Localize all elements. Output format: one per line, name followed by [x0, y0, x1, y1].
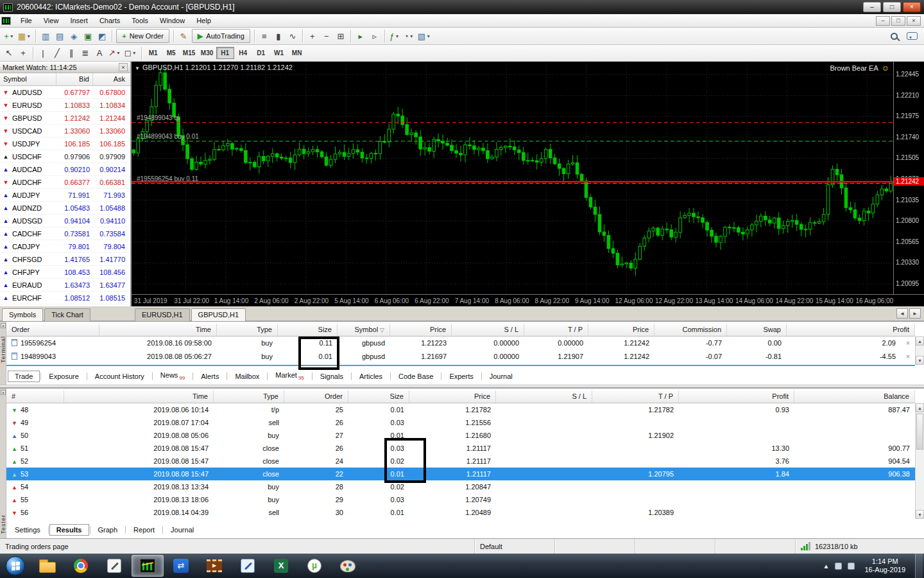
terminal-tab-alerts[interactable]: Alerts	[194, 371, 226, 382]
terminal-tab-mailbox[interactable]: Mailbox	[228, 371, 266, 382]
market-watch-row[interactable]: ▼USDCAD1.330601.33060	[0, 125, 130, 137]
terminal-tab-experts[interactable]: Experts	[442, 371, 480, 382]
arrows-tool[interactable]: ↗▼	[107, 46, 123, 60]
timeframe-h4[interactable]: H4	[234, 47, 252, 59]
fibonacci-tool[interactable]: ≣	[78, 46, 92, 60]
market-watch-row[interactable]: ▲AUDJPY71.99171.993	[0, 189, 130, 202]
market-watch-row[interactable]: ▼AUDCHF0.663770.66381	[0, 176, 130, 189]
tab-scroll-left-icon[interactable]: ◄	[896, 308, 908, 319]
start-button[interactable]	[6, 556, 25, 575]
zoom-out-button[interactable]: −	[320, 29, 334, 43]
text-tool[interactable]: A	[92, 46, 107, 60]
chart-tab-gbpusd-h1[interactable]: GBPUSD,H1	[191, 308, 246, 321]
tester-result-row[interactable]: ▲512019.08.08 15:47close260.031.2111713.…	[6, 442, 915, 455]
shapes-tool[interactable]: ◻▼	[123, 46, 139, 60]
zoom-in-button[interactable]: +	[305, 29, 320, 43]
market-watch-row[interactable]: ▲AUDSGD0.941040.94110	[0, 215, 130, 227]
tester-tab-graph[interactable]: Graph	[91, 524, 125, 536]
tray-icon[interactable]	[848, 563, 855, 570]
terminal-scrollbar[interactable]: ▲ ▼	[915, 337, 924, 365]
timeframe-w1[interactable]: W1	[270, 47, 288, 59]
tester-result-row[interactable]: ▲552019.08.13 18:06buy290.031.20749	[6, 493, 915, 506]
tester-tab-settings[interactable]: Settings	[8, 524, 47, 536]
tester-result-row[interactable]: ▲522019.08.08 15:47close240.021.211173.7…	[6, 455, 915, 468]
tester-result-row[interactable]: ▼492019.08.07 17:04sell260.031.21556	[6, 416, 915, 429]
tester-tab-journal[interactable]: Journal	[164, 524, 201, 536]
market-watch-row[interactable]: ▲CHFSGD1.417651.41770	[0, 253, 130, 266]
tester-result-row[interactable]: ▼482019.08.06 10:14t/p250.011.217821.217…	[6, 403, 915, 416]
col-header-tp[interactable]: T / P	[524, 324, 588, 336]
market-watch-row[interactable]: ▲AUDCAD0.902100.90214	[0, 163, 130, 176]
menu-window[interactable]: Window	[154, 15, 191, 26]
mdi-minimize-button[interactable]: –	[876, 16, 890, 26]
chat-icon[interactable]	[907, 32, 918, 40]
col-header-price[interactable]: Price	[409, 390, 496, 403]
terminal-tab-trade[interactable]: Trade	[8, 371, 40, 382]
taskbar-item-excel[interactable]: X	[265, 555, 297, 577]
scroll-up-icon[interactable]: ▲	[916, 403, 924, 412]
market-watch-row[interactable]: ▲AUDNZD1.054831.05488	[0, 202, 130, 215]
new-order-button[interactable]: +New Order	[116, 29, 169, 43]
data-window-toggle[interactable]: ▤	[53, 29, 67, 43]
terminal-tab-articles[interactable]: Articles	[352, 371, 389, 382]
price-chart[interactable]: ▼GBPUSD,H1 1.21201 1.21270 1.21182 1.212…	[132, 62, 893, 294]
crosshair-tool[interactable]: +	[16, 46, 30, 60]
timeframe-mn[interactable]: MN	[288, 47, 306, 59]
market-watch-row[interactable]: ▲CADCHF0.735810.73584	[0, 227, 130, 240]
cursor-tool[interactable]: ↖	[2, 46, 16, 60]
terminal-tab-account-history[interactable]: Account History	[88, 371, 151, 382]
strategy-tester-toggle[interactable]: ◩	[95, 29, 109, 43]
taskbar-item-stylus-pen[interactable]	[232, 555, 264, 577]
market-watch-row[interactable]: ▲EURCHF1.085121.08515	[0, 292, 130, 304]
taskbar-item-chrome[interactable]	[65, 555, 97, 577]
mdi-restore-button[interactable]: □	[891, 16, 905, 26]
market-watch-row[interactable]: ▲CHFJPY108.453108.456	[0, 266, 130, 279]
col-header-price[interactable]: Price	[390, 324, 452, 336]
tester-tab-report[interactable]: Report	[126, 524, 162, 536]
tester-result-row[interactable]: ▼562019.08.14 04:39sell300.011.204891.20…	[6, 506, 915, 519]
chart-shift-button[interactable]: ▹	[368, 29, 382, 43]
menu-file[interactable]: File	[15, 15, 38, 26]
col-header-order[interactable]: Order	[6, 324, 99, 336]
market-watch-row[interactable]: ▲CADJPY79.80179.804	[0, 240, 130, 253]
new-chart-button[interactable]: +▼	[2, 29, 16, 43]
templates-button[interactable]: ▧▼	[416, 29, 432, 43]
terminal-tab-signals[interactable]: Signals	[313, 371, 350, 382]
symbol-filter-icon[interactable]: ▽	[380, 327, 384, 333]
col-header-sl[interactable]: S / L	[452, 324, 524, 336]
market-watch-toggle[interactable]: ▥	[38, 29, 53, 43]
tile-windows-button[interactable]: ⊞	[334, 29, 348, 43]
line-chart-button[interactable]: ∿	[286, 29, 300, 43]
taskbar-item-utorrent[interactable]: µ	[298, 555, 330, 577]
scroll-down-icon[interactable]: ▼	[916, 510, 924, 519]
taskbar-item-ink-pen[interactable]	[98, 555, 130, 577]
terminal-order-row[interactable]: 1955962542019.08.16 09:58:00buy0.11gbpus…	[6, 337, 915, 350]
candlesticks-button[interactable]: ▮	[271, 29, 286, 43]
time-scale[interactable]: 31 Jul 201931 Jul 22:001 Aug 14:002 Aug …	[132, 294, 924, 306]
terminal-tab-code-base[interactable]: Code Base	[391, 371, 440, 382]
taskbar-clock[interactable]: 1:14 PM 16-Aug-2019	[860, 557, 909, 574]
periods-button[interactable]: ◔▼	[402, 29, 416, 43]
col-header-type[interactable]: Type	[214, 390, 284, 403]
col-header-profit[interactable]: Profit	[679, 390, 794, 403]
menu-view[interactable]: View	[38, 15, 65, 26]
terminal-tab-exposure[interactable]: Exposure	[42, 371, 85, 382]
scroll-up-icon[interactable]: ▲	[916, 337, 924, 346]
close-order-icon[interactable]: ×	[901, 350, 915, 363]
tray-icon[interactable]	[835, 563, 842, 570]
tester-result-row[interactable]: ▲502019.08.08 05:06buy270.011.216801.219…	[6, 429, 915, 442]
autotrading-button[interactable]: ▶AutoTrading	[192, 29, 250, 43]
timeframe-h1[interactable]: H1	[216, 47, 234, 59]
market-watch-row[interactable]: ▼GBPUSD1.212421.21244	[0, 112, 130, 125]
terminal-toggle[interactable]: ▣	[81, 29, 95, 43]
hidden-icons-chevron[interactable]: ▲	[823, 563, 829, 570]
profile-selector[interactable]: Default	[475, 539, 555, 554]
terminal-tab-market[interactable]: Market95	[268, 369, 311, 383]
col-header-symbol[interactable]: Symbol▽	[338, 324, 390, 336]
chart-window-icon[interactable]	[1, 17, 11, 25]
chart-tab-eurusd-h1[interactable]: EURUSD,H1	[135, 308, 190, 321]
equidistant-channel-tool[interactable]: ∥	[64, 46, 78, 60]
taskbar-item-paint-palette[interactable]	[332, 555, 364, 577]
timeframe-m15[interactable]: M15	[180, 47, 198, 59]
col-header-profit[interactable]: Profit	[787, 324, 915, 336]
